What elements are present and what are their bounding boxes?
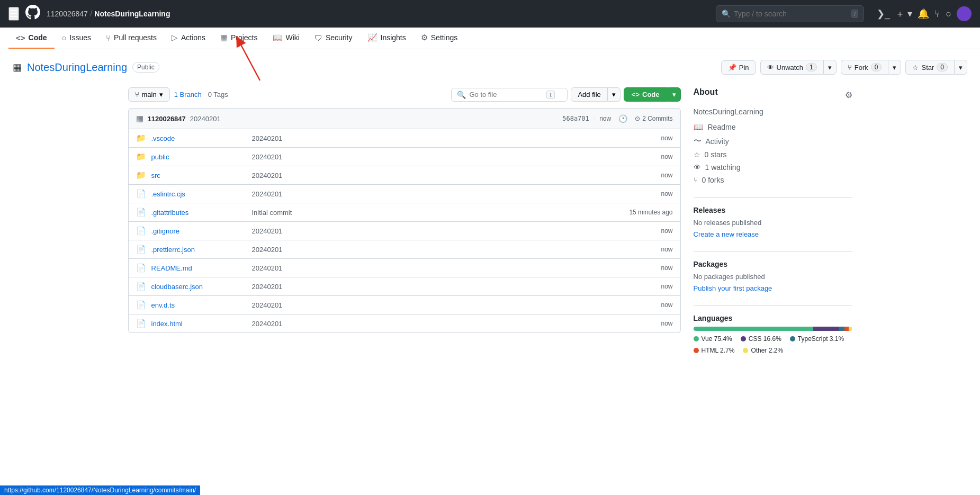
repo-header-actions: 📌 Pin 👁 Unwatch 1 ▾ ⑂ Fork 0 ▾ ☆ Star 0 — [721, 60, 967, 75]
file-name-link[interactable]: index.html — [151, 320, 247, 328]
file-commit-message: Initial commit — [252, 209, 624, 217]
file-name-link[interactable]: cloudbaserc.json — [151, 283, 247, 291]
file-name-link[interactable]: .prettierrc.json — [151, 246, 247, 254]
file-name-link[interactable]: .eslintrc.cjs — [151, 190, 247, 198]
commit-time: now — [599, 115, 611, 122]
file-name-link[interactable]: README.md — [151, 264, 247, 272]
go-to-file-input[interactable] — [469, 91, 543, 98]
releases-divider — [694, 197, 852, 197]
star-stat-icon: ☆ — [694, 150, 700, 159]
repo-type-icon: ▦ — [13, 61, 22, 73]
no-packages-text: No packages published — [694, 273, 852, 281]
lang-name: Vue 75.4% — [702, 335, 732, 343]
file-name-link[interactable]: .gitattributes — [151, 209, 247, 217]
tab-code[interactable]: <> Code — [8, 28, 55, 49]
file-name-link[interactable]: public — [151, 153, 247, 161]
watching-stat: 👁 1 watching — [694, 163, 852, 172]
branch-selector[interactable]: ⑂ main ▾ — [128, 87, 170, 102]
file-name-link[interactable]: env.d.ts — [151, 301, 247, 309]
star-caret[interactable]: ▾ — [954, 60, 967, 75]
unwatch-button[interactable]: 👁 Unwatch 1 — [760, 60, 823, 75]
repo-title-link[interactable]: NotesDuringLearning — [27, 61, 127, 74]
tab-wiki[interactable]: 📖 Wiki — [265, 28, 307, 49]
file-name-link[interactable]: .vscode — [151, 134, 247, 142]
code-icon: <> — [632, 91, 640, 98]
book-icon: 📖 — [694, 122, 704, 132]
file-commit-message: 20240201 — [252, 172, 656, 179]
go-to-file-search[interactable]: 🔍 t — [451, 88, 568, 102]
create-release-link[interactable]: Create a new release — [694, 230, 759, 238]
notifications-button[interactable]: 🔔 — [918, 8, 929, 20]
tab-pull-requests[interactable]: ⑂ Pull requests — [98, 28, 164, 49]
file-time: now — [661, 172, 672, 179]
file-commit-message: 20240201 — [252, 227, 656, 235]
lang-name: TypeScript 3.1% — [798, 335, 844, 343]
folder-icon: 📁 — [136, 133, 146, 143]
commit-hash-link[interactable]: 568a701 — [562, 115, 589, 122]
fork-button[interactable]: ⑂ Fork 0 — [841, 60, 888, 75]
repo-description: NotesDuringLearning — [694, 107, 852, 116]
stars-stat: ☆ 0 stars — [694, 150, 852, 159]
hash-separator: · — [594, 115, 595, 122]
lang-item-vue: Vue 75.4% — [694, 335, 732, 343]
issues-tab-icon: ○ — [62, 33, 67, 42]
wiki-tab-icon: 📖 — [273, 33, 283, 42]
file-icon: 📄 — [136, 263, 146, 273]
unwatch-caret[interactable]: ▾ — [823, 60, 837, 75]
pin-button[interactable]: 📌 Pin — [721, 60, 756, 75]
repo-name-link[interactable]: NotesDuringLearning — [94, 10, 170, 18]
code-button[interactable]: <> Code — [624, 87, 668, 102]
commits-count-link[interactable]: ⊙ 2 Commits — [635, 115, 672, 122]
breadcrumb-separator: / — [90, 9, 92, 19]
tab-actions[interactable]: ▷ Actions — [164, 28, 213, 49]
tab-issues[interactable]: ○ Issues — [55, 28, 99, 49]
file-icon: 📄 — [136, 226, 146, 236]
branch-count-link[interactable]: 1 Branch — [174, 91, 202, 98]
branch-icon: ⑂ — [135, 91, 139, 98]
file-icon: 📄 — [136, 245, 146, 254]
lang-item-css: CSS 16.6% — [741, 335, 781, 343]
commit-info-bar: ▦ 1120026847 20240201 568a701 · now 🕐 ⊙ … — [128, 108, 681, 129]
branch-bar: ⑂ main ▾ 1 Branch 0 Tags 🔍 t Add file ▾ — [128, 87, 681, 102]
tab-projects[interactable]: ▦ Projects — [213, 28, 265, 49]
code-button-caret[interactable]: ▾ — [668, 87, 681, 102]
folder-icon: 📁 — [136, 152, 146, 161]
hamburger-menu[interactable]: ☰ — [8, 7, 19, 21]
languages-title: Languages — [694, 314, 852, 322]
code-button-group: <> Code ▾ — [624, 87, 681, 102]
repo-owner-link[interactable]: 1120026847 — [47, 10, 88, 18]
activity-link[interactable]: 〜 Activity — [694, 136, 852, 146]
file-commit-message: 20240201 — [252, 153, 656, 161]
create-new-button[interactable]: ＋ ▾ — [895, 7, 912, 20]
tag-count: 0 Tags — [208, 91, 228, 98]
issues-button[interactable]: ○ — [946, 8, 951, 20]
avatar[interactable] — [957, 6, 972, 21]
file-row: 📄env.d.ts20240201now — [129, 296, 680, 314]
search-input[interactable] — [734, 10, 848, 18]
add-file-caret[interactable]: ▾ — [608, 87, 621, 102]
add-file-button[interactable]: Add file — [571, 87, 607, 102]
tab-insights[interactable]: 📈 Insights — [360, 28, 413, 49]
lang-segment-other — [849, 327, 852, 331]
tab-settings[interactable]: ⚙ Settings — [413, 28, 465, 49]
file-time: now — [661, 301, 672, 309]
file-name-link[interactable]: src — [151, 172, 247, 179]
readme-link[interactable]: 📖 Readme — [694, 122, 852, 132]
branch-caret-icon: ▾ — [159, 91, 163, 98]
about-settings-gear[interactable]: ⚙ — [845, 90, 852, 100]
lang-segment-typescript — [839, 327, 844, 331]
github-logo[interactable] — [25, 5, 40, 23]
file-time: now — [661, 134, 672, 142]
pull-requests-button[interactable]: ⑂ — [934, 8, 940, 20]
no-releases-text: No releases published — [694, 219, 852, 227]
tab-security[interactable]: 🛡 Security — [307, 28, 360, 49]
pr-tab-icon: ⑂ — [106, 33, 111, 42]
fork-caret[interactable]: ▾ — [888, 60, 901, 75]
file-name-link[interactable]: .gitignore — [151, 227, 247, 235]
star-button[interactable]: ☆ Star 0 — [905, 60, 954, 75]
file-time: now — [661, 264, 672, 272]
publish-package-link[interactable]: Publish your first package — [694, 284, 772, 292]
terminal-button[interactable]: ❯_ — [877, 8, 890, 20]
file-icon: 📄 — [136, 282, 146, 291]
global-search-bar[interactable]: 🔍 / — [716, 5, 864, 22]
